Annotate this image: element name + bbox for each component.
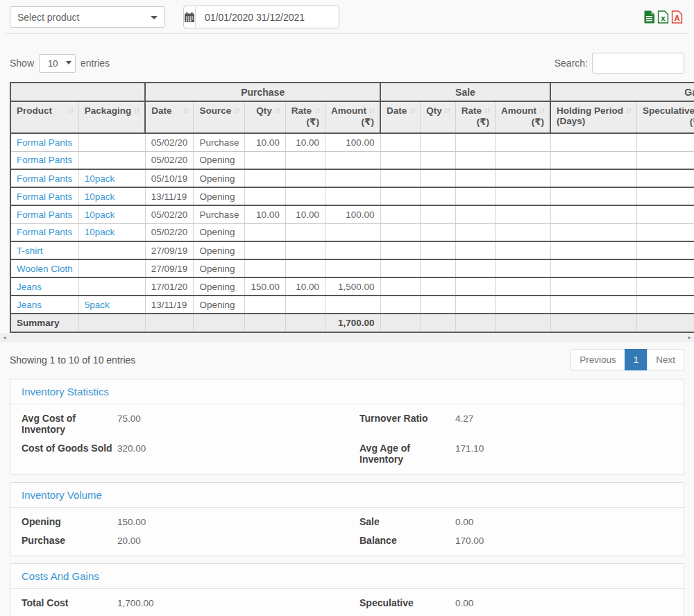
stat-label: Avg Age of Inventory (359, 443, 455, 465)
col-header-p_source[interactable]: Source↓↑ (194, 101, 245, 133)
col-header-s_qty[interactable]: Qty↓↑ (421, 101, 456, 133)
cell-s_qty (421, 259, 456, 277)
table-row: T-shirt27/09/19Opening (10, 241, 694, 259)
packaging-link[interactable]: 10pack (85, 227, 115, 237)
cell-s_amount (496, 296, 551, 314)
cell-packaging: 10pack (78, 169, 145, 187)
stat-value: 0.00 (455, 598, 473, 608)
cell-p_source: Opening (194, 187, 245, 205)
col-header-s_date[interactable]: Date↓↑ (380, 101, 421, 133)
cell-p_rate (285, 241, 325, 259)
scroll-left-arrow-icon[interactable]: ◄ (2, 335, 7, 340)
stat-label: Balance (359, 535, 455, 546)
cell-packaging: 10pack (78, 187, 145, 205)
page-1-button[interactable]: 1 (625, 349, 648, 370)
cell-p_source: Opening (194, 169, 245, 187)
cell-p_qty (245, 169, 285, 187)
product-link[interactable]: Formal Pants (17, 227, 72, 237)
calendar-addon[interactable] (184, 6, 196, 28)
product-link[interactable]: Formal Pants (17, 191, 72, 202)
export-pdf-button[interactable]: A (671, 10, 683, 24)
table-row: Formal Pants10pack05/02/20Opening (10, 223, 694, 241)
stat-label: Avg Cost of Inventory (22, 413, 117, 435)
cell-holding (550, 296, 637, 314)
cell-speculative (637, 296, 694, 314)
cell-s_qty (421, 223, 456, 241)
cell-product: Woolen Cloth (10, 259, 78, 277)
col-header-speculative[interactable]: Speculative↓↑(₹) (637, 101, 694, 133)
sort-icon: ↓↑ (133, 105, 139, 115)
sort-icon: ↓↑ (539, 105, 544, 115)
product-link[interactable]: Woolen Cloth (17, 264, 73, 274)
cell-packaging (78, 259, 145, 277)
export-excel-button[interactable]: x (657, 10, 669, 24)
cell-p_date: 05/10/19 (145, 169, 194, 187)
cell-p_rate (285, 223, 325, 241)
product-select[interactable]: Select product (10, 6, 165, 28)
product-link[interactable]: Jeans (17, 282, 42, 292)
summary-cell-p_amount: 1,700.00 (325, 314, 381, 332)
col-header-s_rate[interactable]: Rate↓↑(₹) (455, 101, 495, 133)
cell-s_qty (421, 277, 456, 296)
search-input[interactable] (592, 53, 684, 74)
panel-body: Avg Cost of Inventory75.00Turnover Ratio… (10, 404, 684, 474)
packaging-link[interactable]: 10pack (85, 209, 115, 220)
stat-item: Avg Cost of Inventory75.00 (22, 413, 347, 435)
cell-speculative (637, 187, 694, 205)
stat-item: Turnover Ratio4.27 (347, 413, 672, 435)
col-header-p_rate[interactable]: Rate↓↑(₹) (285, 101, 325, 133)
sort-icon: ↓↑ (274, 105, 280, 115)
packaging-link[interactable]: 10pack (85, 173, 115, 184)
cell-s_date (380, 296, 421, 314)
col-header-s_amount[interactable]: Amount↓↑(₹) (496, 101, 551, 133)
cell-s_amount (496, 259, 551, 277)
table-container: PurchaseSaleGainsProduct↓↑Packaging↓↑Dat… (0, 82, 694, 333)
summary-cell-holding (550, 314, 637, 332)
date-range-input[interactable] (196, 6, 339, 28)
export-csv-button[interactable] (643, 10, 655, 24)
product-link[interactable]: Formal Pants (17, 209, 72, 220)
cell-product: Formal Pants (10, 187, 78, 205)
cell-product: Formal Pants (10, 223, 78, 241)
packaging-link[interactable]: 5pack (85, 300, 110, 310)
summary-cell-s_rate (455, 314, 495, 332)
stat-item: Cost of Goods Sold320.00 (22, 443, 347, 465)
cell-s_amount (496, 187, 551, 205)
page-length-select[interactable]: 10 (39, 54, 76, 73)
cell-holding (550, 223, 637, 241)
scroll-right-arrow-icon[interactable]: ► (687, 335, 692, 340)
search-label: Search: (555, 58, 588, 69)
cell-packaging (78, 133, 145, 151)
packaging-link[interactable]: 10pack (85, 191, 115, 202)
col-header-p_qty[interactable]: Qty↓↑ (245, 101, 285, 133)
product-link[interactable]: T-shirt (17, 246, 43, 256)
cell-p_qty (245, 241, 285, 259)
group-header-blank (10, 83, 145, 101)
cell-s_qty (421, 187, 456, 205)
product-link[interactable]: Jeans (17, 300, 42, 310)
product-link[interactable]: Formal Pants (17, 155, 72, 165)
cell-s_amount (496, 205, 551, 223)
panel-title: Inventory Statistics (22, 386, 109, 397)
table-row: Formal Pants10pack05/10/19Opening (10, 169, 694, 187)
stat-label: Cost of Goods Sold (22, 443, 117, 454)
col-header-p_amount[interactable]: Amount↓↑(₹) (325, 101, 381, 133)
table-hscrollbar[interactable]: ◄ ► (0, 333, 694, 342)
cell-s_rate (455, 277, 495, 296)
next-button[interactable]: Next (647, 349, 684, 370)
cell-p_qty: 10.00 (245, 205, 285, 223)
product-link[interactable]: Formal Pants (17, 137, 72, 148)
cell-s_date (380, 259, 421, 277)
col-header-p_date[interactable]: Date↓↑ (145, 101, 194, 133)
col-header-product[interactable]: Product↓↑ (10, 101, 78, 133)
cell-product: Formal Pants (10, 151, 78, 169)
date-range-widget[interactable] (183, 6, 339, 28)
cell-speculative (637, 151, 694, 169)
col-header-packaging[interactable]: Packaging↓↑ (78, 101, 145, 133)
cell-product: Formal Pants (10, 169, 78, 187)
summary-cell-s_qty (421, 314, 456, 332)
previous-button[interactable]: Previous (570, 349, 625, 370)
col-header-holding[interactable]: Holding Period↓↑(Days) (550, 101, 637, 133)
product-link[interactable]: Formal Pants (17, 173, 72, 184)
cell-s_amount (496, 223, 551, 241)
